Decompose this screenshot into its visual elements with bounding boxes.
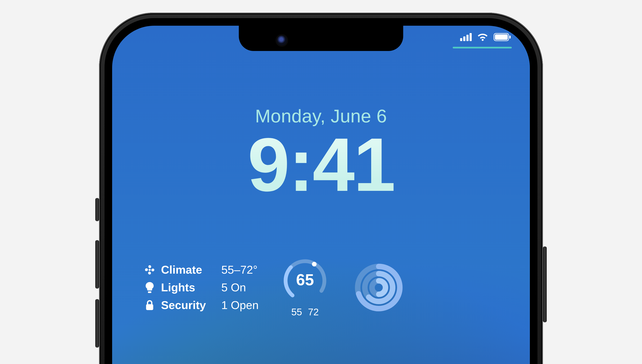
power-button[interactable] [543, 246, 547, 322]
bulb-icon [144, 282, 156, 293]
home-widget-value: 55–72° [221, 261, 258, 279]
lock-widget-row: Climate 55–72° Lights 5 On [144, 258, 498, 318]
home-widget-row-lights: Lights 5 On [144, 279, 259, 296]
svg-rect-4 [148, 291, 151, 293]
lock-time: 9:41 [112, 125, 530, 204]
home-widget-label: Lights [161, 279, 216, 296]
phone-bezel: Monday, June 6 9:41 [105, 18, 537, 364]
lock-icon [144, 300, 156, 310]
home-widget-row-security: Security 1 Open [144, 296, 259, 314]
home-app-widget[interactable]: Climate 55–72° Lights 5 On [144, 261, 259, 314]
phone-frame: Monday, June 6 9:41 [99, 13, 543, 364]
lock-screen[interactable]: Monday, June 6 9:41 [112, 26, 530, 364]
fan-icon [144, 265, 156, 275]
activity-rings-widget[interactable] [351, 262, 406, 313]
home-widget-value: 5 On [221, 279, 246, 296]
svg-point-8 [312, 262, 317, 266]
weather-widget[interactable]: 65 55 72 [278, 258, 332, 318]
weather-high-temp: 72 [308, 306, 319, 318]
svg-rect-5 [146, 304, 153, 310]
home-widget-value: 1 Open [221, 296, 259, 314]
home-widget-label: Security [161, 296, 216, 314]
home-widget-label: Climate [161, 261, 216, 279]
phone-screen: Monday, June 6 9:41 [112, 26, 530, 364]
svg-point-3 [149, 269, 151, 271]
volume-up-button[interactable] [95, 240, 99, 288]
weather-low-temp: 55 [291, 306, 302, 318]
volume-down-button[interactable] [95, 299, 99, 348]
activity-rings-icon [353, 262, 404, 313]
weather-current-temp: 65 [278, 270, 332, 289]
home-widget-row-climate: Climate 55–72° [144, 261, 259, 279]
mute-switch[interactable] [95, 198, 99, 221]
